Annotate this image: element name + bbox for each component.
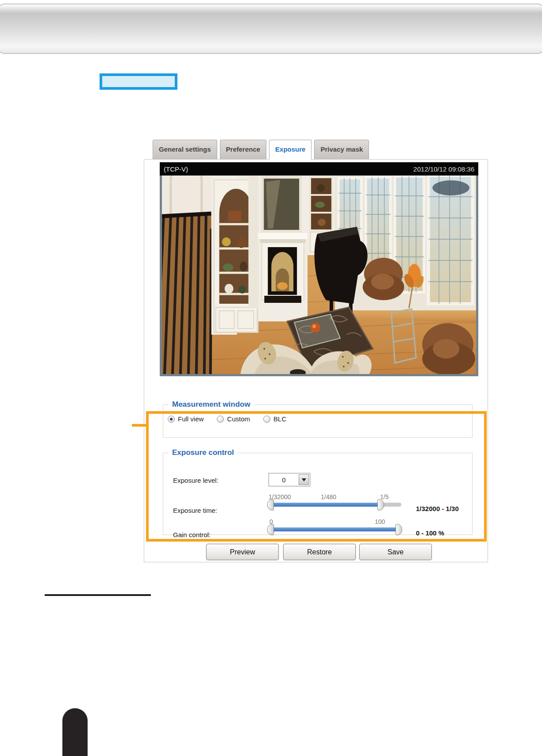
manual-page: General settings Preference Exposure Pri… bbox=[0, 0, 542, 756]
window-reflection bbox=[432, 180, 469, 195]
radio-blc[interactable]: BLC bbox=[263, 415, 286, 423]
exposure-level-value: 0 bbox=[269, 476, 299, 484]
cyan-highlight-box bbox=[100, 73, 177, 90]
slider-track[interactable] bbox=[269, 527, 401, 531]
living-room-scene bbox=[162, 176, 476, 374]
tab-privacy-mask[interactable]: Privacy mask bbox=[314, 140, 369, 159]
gain-control-scale: 0 100 bbox=[269, 518, 407, 526]
exposure-control-legend: Exposure control bbox=[169, 448, 238, 457]
tab-preference[interactable]: Preference bbox=[220, 140, 267, 159]
callout-leader-line bbox=[132, 424, 147, 427]
armchair-left bbox=[363, 258, 404, 300]
exposure-level-select[interactable]: 0 bbox=[269, 473, 310, 486]
slider-min-handle[interactable] bbox=[267, 524, 274, 535]
video-frame bbox=[160, 176, 478, 376]
slider-fill bbox=[269, 527, 401, 531]
radio-custom[interactable]: Custom bbox=[217, 415, 250, 423]
exposure-time-label: Exposure time: bbox=[173, 507, 217, 514]
radio-label: Full view bbox=[178, 415, 204, 423]
fireplace bbox=[248, 176, 308, 321]
radio-button-icon[interactable] bbox=[263, 416, 270, 423]
preview-button[interactable]: Preview bbox=[206, 544, 279, 560]
radio-label: Custom bbox=[227, 415, 250, 423]
exposure-control-group: Exposure control Exposure level: 0 Expos… bbox=[163, 448, 473, 535]
radio-full-view[interactable]: Full view bbox=[168, 415, 204, 423]
save-button[interactable]: Save bbox=[359, 544, 432, 560]
stair-railing bbox=[162, 176, 211, 374]
measurement-window-options: Full view Custom BLC bbox=[168, 415, 472, 423]
settings-tab-bar: General settings Preference Exposure Pri… bbox=[153, 140, 369, 159]
exposure-time-value: 1/32000 - 1/30 bbox=[416, 505, 459, 512]
exposure-time-slider: 1/32000 1/480 1/5 bbox=[269, 493, 407, 507]
radio-button-icon[interactable] bbox=[168, 416, 175, 423]
exposure-level-label: Exposure level: bbox=[173, 477, 219, 484]
tab-general-settings[interactable]: General settings bbox=[153, 140, 217, 159]
section-rule-line bbox=[45, 594, 151, 596]
page-number-pill bbox=[62, 708, 88, 756]
scale-tick-label: 100 bbox=[375, 518, 385, 525]
video-timestamp: 2012/10/12 09:08:36 bbox=[413, 165, 474, 173]
slider-fill bbox=[269, 503, 383, 507]
radio-button-icon[interactable] bbox=[217, 416, 224, 423]
measurement-window-group: Measurement window Full view Custom BLC bbox=[163, 400, 473, 438]
scale-tick-label: 1/480 bbox=[321, 493, 336, 500]
restore-button[interactable]: Restore bbox=[283, 544, 356, 560]
dropdown-button[interactable] bbox=[299, 474, 309, 485]
exposure-time-scale: 1/32000 1/480 1/5 bbox=[269, 493, 407, 501]
page-header-bar bbox=[0, 4, 542, 54]
radio-label: BLC bbox=[273, 415, 286, 423]
tab-exposure[interactable]: Exposure bbox=[269, 140, 311, 159]
armchair-right bbox=[422, 323, 475, 374]
slider-track[interactable] bbox=[269, 503, 401, 507]
measurement-window-legend: Measurement window bbox=[169, 400, 254, 409]
video-osd-bar: (TCP-V) 2012/10/12 09:08:36 bbox=[160, 162, 478, 176]
chevron-down-icon bbox=[302, 478, 306, 481]
gain-control-label: Gain control: bbox=[173, 531, 211, 538]
slider-min-handle[interactable] bbox=[267, 499, 274, 510]
stream-label: (TCP-V) bbox=[164, 165, 188, 173]
gain-control-value: 0 - 100 % bbox=[416, 529, 444, 537]
gain-control-slider: 0 100 bbox=[269, 518, 407, 531]
live-video-viewer: (TCP-V) 2012/10/12 09:08:36 bbox=[160, 162, 478, 376]
